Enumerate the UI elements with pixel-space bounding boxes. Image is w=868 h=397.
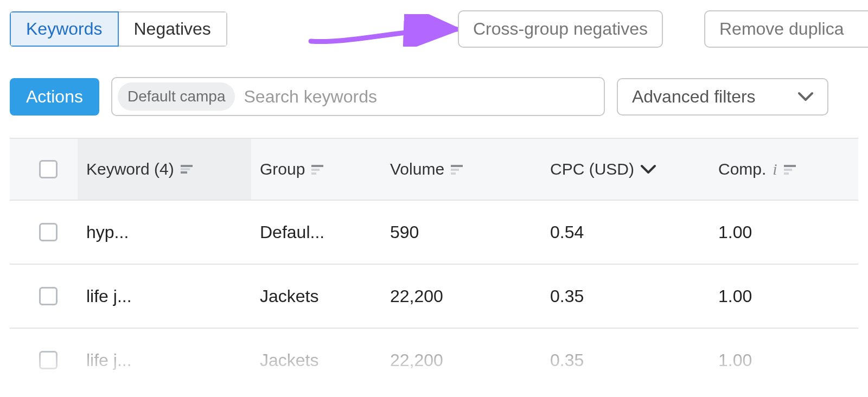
- col-volume-label: Volume: [390, 160, 444, 178]
- cell-comp: 1.00: [710, 350, 868, 370]
- sort-icon: [784, 164, 796, 175]
- keywords-table: Keyword (4) Group Volume CPC (USD) Comp.: [10, 138, 858, 393]
- svg-rect-11: [784, 172, 789, 175]
- cell-cpc: 0.54: [541, 222, 710, 242]
- col-comp-label: Comp.: [718, 160, 766, 178]
- sort-icon: [451, 164, 463, 175]
- tab-group: Keywords Negatives: [10, 11, 227, 47]
- select-all-checkbox[interactable]: [39, 160, 58, 178]
- select-all-cell: [10, 160, 78, 178]
- cell-cpc: 0.35: [541, 286, 710, 306]
- cell-volume: 590: [381, 222, 541, 242]
- filter-chip-campaign[interactable]: Default campa: [118, 82, 235, 111]
- table-header-row: Keyword (4) Group Volume CPC (USD) Comp.: [10, 139, 858, 201]
- search-bar: Default campa: [111, 77, 605, 116]
- cell-comp: 1.00: [710, 286, 868, 306]
- cell-volume: 22,200: [381, 286, 541, 306]
- svg-rect-6: [451, 165, 463, 167]
- col-volume[interactable]: Volume: [381, 160, 541, 178]
- col-group[interactable]: Group: [251, 160, 381, 178]
- remove-duplicates-button[interactable]: Remove duplica: [704, 10, 868, 48]
- chevron-down-icon: [641, 164, 656, 174]
- row-check-cell: [10, 287, 78, 305]
- tab-keywords[interactable]: Keywords: [10, 11, 119, 47]
- sort-icon: [181, 164, 193, 175]
- svg-rect-9: [784, 165, 796, 167]
- cell-group: Jackets: [251, 286, 381, 306]
- cell-volume: 22,200: [381, 350, 541, 370]
- svg-rect-7: [451, 169, 459, 171]
- svg-rect-1: [181, 171, 187, 174]
- annotation-arrow: [308, 14, 465, 47]
- info-icon: i: [773, 160, 777, 178]
- table-row: life j...Jackets22,2000.351.00: [10, 329, 858, 393]
- row-check-cell: [10, 223, 78, 241]
- row-checkbox[interactable]: [39, 287, 58, 305]
- svg-rect-10: [784, 169, 792, 171]
- svg-rect-5: [311, 172, 316, 175]
- col-cpc[interactable]: CPC (USD): [541, 160, 710, 178]
- svg-rect-0: [181, 165, 193, 167]
- cell-cpc: 0.35: [541, 350, 710, 370]
- col-keyword[interactable]: Keyword (4): [78, 139, 251, 200]
- cross-group-negatives-button[interactable]: Cross-group negatives: [458, 10, 663, 48]
- col-group-label: Group: [260, 160, 305, 178]
- advanced-filters-label: Advanced filters: [632, 87, 756, 107]
- cell-group: Defaul...: [251, 222, 381, 242]
- search-input[interactable]: [242, 86, 598, 107]
- cell-comp: 1.00: [710, 222, 868, 242]
- row-checkbox[interactable]: [39, 223, 58, 241]
- svg-rect-4: [311, 169, 320, 171]
- sort-icon: [311, 164, 323, 175]
- svg-rect-2: [181, 168, 190, 170]
- cell-group: Jackets: [251, 350, 381, 370]
- table-body: hyp...Defaul...5900.541.00life j...Jacke…: [10, 201, 858, 393]
- cell-keyword: hyp...: [78, 222, 251, 242]
- table-row: life j...Jackets22,2000.351.00: [10, 265, 858, 329]
- advanced-filters-button[interactable]: Advanced filters: [617, 78, 828, 116]
- chevron-down-icon: [798, 92, 813, 101]
- table-row: hyp...Defaul...5900.541.00: [10, 201, 858, 265]
- cell-keyword: life j...: [78, 286, 251, 306]
- row-checkbox[interactable]: [39, 351, 58, 369]
- col-cpc-label: CPC (USD): [550, 160, 634, 178]
- tab-negatives[interactable]: Negatives: [118, 11, 227, 47]
- actions-button[interactable]: Actions: [10, 78, 99, 116]
- col-comp[interactable]: Comp. i: [710, 160, 868, 178]
- cell-keyword: life j...: [78, 350, 251, 370]
- svg-rect-3: [311, 165, 323, 167]
- svg-rect-8: [451, 172, 456, 175]
- row-check-cell: [10, 351, 78, 369]
- col-keyword-label: Keyword (4): [86, 160, 174, 178]
